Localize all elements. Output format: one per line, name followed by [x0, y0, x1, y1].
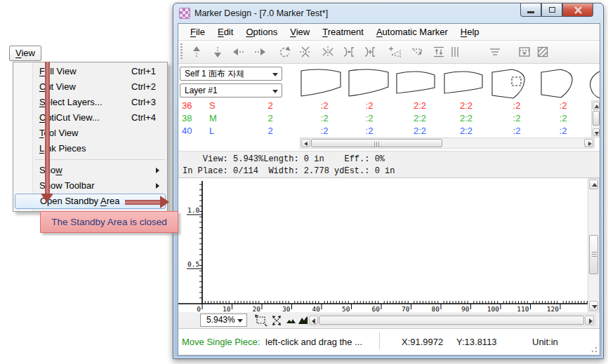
scroll-left-button[interactable] — [301, 139, 310, 147]
menubar-item-view[interactable]: View — [284, 24, 316, 40]
align-columns-icon[interactable] — [448, 45, 463, 60]
piece-1[interactable] — [300, 67, 342, 101]
tilt-icon[interactable] — [388, 45, 404, 60]
submenu-arrow-icon — [156, 168, 159, 173]
scroll-down-button[interactable] — [593, 128, 600, 136]
flip-vertical-icon[interactable] — [298, 45, 314, 60]
close-gap-icon[interactable] — [342, 45, 357, 60]
pieces-v-scrollbar[interactable] — [591, 100, 600, 137]
svg-text:20: 20 — [253, 305, 261, 312]
scroll-down-button[interactable] — [589, 301, 598, 311]
menu-item-opticut-view[interactable]: OptiCut View...Ctrl+4 — [15, 110, 166, 126]
menubar-item-treatment[interactable]: Treatment — [316, 24, 370, 40]
scroll-right-button[interactable] — [584, 139, 593, 147]
svg-text:40: 40 — [312, 305, 321, 312]
move-up-icon[interactable] — [190, 45, 205, 60]
rotate-icon[interactable] — [277, 45, 293, 60]
zoom-select-value: 5.943% — [206, 315, 235, 325]
menu-item-full-view[interactable]: Full ViewCtrl+1 — [15, 64, 166, 79]
marker-design-window: Marker Design - [7.0 Marker Test*] FileE… — [173, 3, 604, 359]
fabric-select-value: Self 1 面布 자체 — [185, 69, 244, 79]
view-menu-button[interactable]: View — [9, 46, 41, 61]
menu-item-shortcut: Ctrl+1 — [131, 64, 156, 79]
menubar-item-file[interactable]: File — [184, 24, 211, 40]
resize-grip[interactable] — [590, 345, 598, 353]
status-bar: Move Single Piece: left-click and drag t… — [178, 328, 600, 355]
move-right-icon[interactable] — [253, 45, 268, 60]
scroll-up-button[interactable] — [589, 180, 598, 189]
piece-6[interactable] — [540, 67, 578, 101]
piece-count: :2 — [321, 100, 329, 111]
maximize-button[interactable] — [541, 4, 562, 17]
svg-text:0.5: 0.5 — [187, 260, 199, 268]
menu-item-label: Show — [39, 165, 62, 175]
scroll-left-button[interactable] — [309, 316, 318, 325]
chevron-down-icon — [272, 73, 278, 76]
menu-item-select-layers[interactable]: Select Layers...Ctrl+3 — [15, 95, 166, 110]
marker-canvas[interactable]: 01020304050607080901001101201.00.5 — [178, 178, 600, 312]
move-left-icon[interactable] — [232, 45, 247, 60]
svg-text:60: 60 — [372, 305, 381, 312]
zoom-select[interactable]: 5.943% — [200, 314, 247, 327]
vertical-spacing-icon[interactable] — [432, 45, 447, 60]
scrollbar-thumb[interactable] — [589, 235, 598, 274]
pattern-fill-icon[interactable] — [536, 45, 551, 60]
toolbar-drag-handle[interactable] — [180, 43, 183, 60]
piece-4[interactable] — [443, 67, 484, 101]
annotation-arrow-down-head — [41, 194, 53, 203]
align-lines-icon[interactable] — [488, 45, 503, 60]
piece-5[interactable] — [491, 67, 530, 101]
menu-item-show-toolbar[interactable]: Show Toolbar — [15, 178, 166, 194]
scrollbar-thumb[interactable] — [593, 111, 600, 126]
flip-horizontal-icon[interactable] — [321, 45, 336, 60]
menubar-item-options[interactable]: Options — [239, 24, 284, 40]
piece-7[interactable] — [586, 67, 600, 101]
window-controls — [520, 4, 593, 17]
close-button[interactable] — [562, 4, 593, 17]
piece-count: 2:2 — [460, 126, 472, 136]
size-row-38: 38M2:2:22:22:2:2:2 — [178, 113, 600, 126]
menu-item-tool-view[interactable]: Tool View — [15, 126, 166, 141]
svg-text:70: 70 — [402, 305, 410, 312]
pieces-h-scrollbar[interactable] — [300, 137, 595, 149]
svg-text:90: 90 — [461, 305, 470, 312]
piece-count: 2:2 — [414, 113, 426, 123]
layer-select[interactable]: Layer #1 — [180, 83, 282, 97]
small-pieces-icon[interactable] — [285, 314, 299, 327]
zoom-rect-icon[interactable] — [254, 314, 268, 327]
svg-text:10: 10 — [223, 305, 231, 312]
thumb-grip — [592, 252, 597, 257]
menubar-item-help[interactable]: Help — [454, 24, 486, 40]
zoom-fit-icon[interactable] — [270, 314, 284, 327]
canvas-v-scrollbar[interactable] — [588, 178, 600, 312]
menubar-item-edit[interactable]: Edit — [211, 24, 239, 40]
menu-item-link-pieces[interactable]: Link Pieces — [15, 141, 166, 156]
standby-area-icon[interactable] — [517, 45, 533, 60]
scroll-right-button[interactable] — [585, 316, 594, 325]
minimize-button[interactable] — [520, 4, 541, 17]
piece-count: :2 — [513, 113, 521, 123]
canvas-h-scrollbar[interactable] — [308, 314, 595, 326]
scroll-up-button[interactable] — [593, 102, 600, 109]
app-icon — [179, 8, 190, 19]
svg-text:100: 100 — [487, 305, 499, 312]
menubar-item-automatic-marker[interactable]: Automatic Marker — [370, 24, 454, 40]
move-down-icon[interactable] — [211, 45, 226, 60]
menu-item-cut-view[interactable]: Cut ViewCtrl+2 — [15, 79, 166, 95]
titlebar: Marker Design - [7.0 Marker Test*] — [173, 4, 603, 23]
size-code: 38 — [182, 113, 192, 123]
window-title: Marker Design - [7.0 Marker Test*] — [194, 8, 328, 18]
piece-count: :2 — [321, 126, 329, 136]
svg-text:1.0: 1.0 — [187, 206, 199, 214]
piece-3[interactable] — [395, 67, 436, 101]
piece-count: :2 — [321, 113, 329, 123]
piece-2[interactable] — [348, 67, 390, 101]
scrollbar-thumb[interactable] — [311, 139, 442, 147]
arrow-left-icon — [312, 318, 315, 324]
menu-item-show[interactable]: Show — [15, 163, 166, 178]
fabric-select[interactable]: Self 1 面布 자체 — [180, 67, 282, 81]
scrollbar-thumb[interactable] — [319, 316, 584, 325]
window-body: FileEditOptionsViewTreatmentAutomatic Ma… — [178, 23, 600, 356]
insert-gap-icon[interactable] — [363, 45, 378, 60]
fold-icon[interactable] — [411, 45, 426, 60]
